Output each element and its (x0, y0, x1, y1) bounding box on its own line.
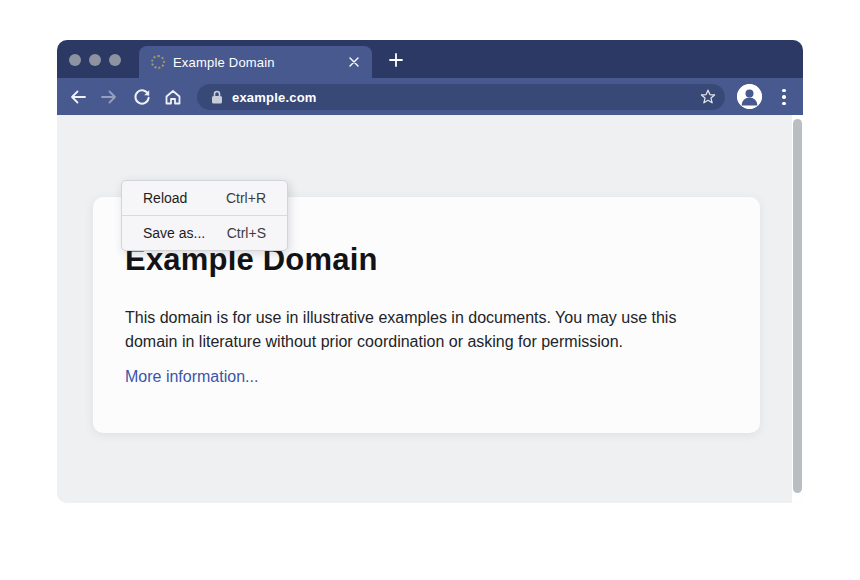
forward-button[interactable] (96, 84, 122, 110)
more-information-link[interactable]: More information... (125, 368, 258, 385)
context-menu-item-save-as[interactable]: Save as... Ctrl+S (122, 216, 287, 250)
user-avatar-icon (737, 84, 762, 109)
dotted-globe-favicon (151, 55, 165, 69)
menu-item-shortcut: Ctrl+R (226, 190, 266, 206)
menu-item-label: Save as... (143, 225, 205, 241)
close-window-button[interactable] (69, 54, 81, 66)
browser-window: Example Domain (57, 40, 803, 503)
context-menu: Reload Ctrl+R Save as... Ctrl+S (121, 180, 288, 251)
kebab-menu-icon (782, 89, 786, 106)
url-text: example.com (232, 90, 317, 105)
reload-icon (132, 87, 152, 107)
window-controls (69, 54, 121, 66)
arrow-left-icon (68, 87, 88, 107)
close-icon (349, 57, 359, 67)
page-viewport: Example Domain This domain is for use in… (57, 115, 803, 503)
arrow-right-icon (99, 87, 119, 107)
screenshot-stage: Example Domain (0, 0, 860, 580)
tab-close-button[interactable] (346, 54, 362, 70)
profile-avatar-button[interactable] (737, 84, 762, 109)
page-paragraph: This domain is for use in illustrative e… (125, 306, 713, 354)
browser-tab[interactable]: Example Domain (139, 46, 372, 78)
lock-icon (211, 90, 223, 104)
home-icon (163, 87, 183, 107)
reload-button[interactable] (129, 84, 155, 110)
menu-item-shortcut: Ctrl+S (227, 225, 266, 241)
menu-item-label: Reload (143, 190, 187, 206)
context-menu-item-reload[interactable]: Reload Ctrl+R (122, 181, 287, 215)
scrollbar-track[interactable] (792, 115, 803, 503)
minimize-window-button[interactable] (89, 54, 101, 66)
plus-icon (389, 53, 403, 67)
tab-strip: Example Domain (57, 40, 803, 78)
browser-toolbar: example.com (57, 78, 803, 115)
new-tab-button[interactable] (383, 48, 409, 72)
home-button[interactable] (160, 84, 186, 110)
back-button[interactable] (65, 84, 91, 110)
scrollbar-thumb[interactable] (793, 119, 802, 493)
address-bar[interactable]: example.com (197, 84, 725, 110)
tab-title: Example Domain (173, 55, 275, 70)
star-icon[interactable] (699, 88, 717, 106)
maximize-window-button[interactable] (109, 54, 121, 66)
browser-menu-button[interactable] (778, 85, 790, 109)
